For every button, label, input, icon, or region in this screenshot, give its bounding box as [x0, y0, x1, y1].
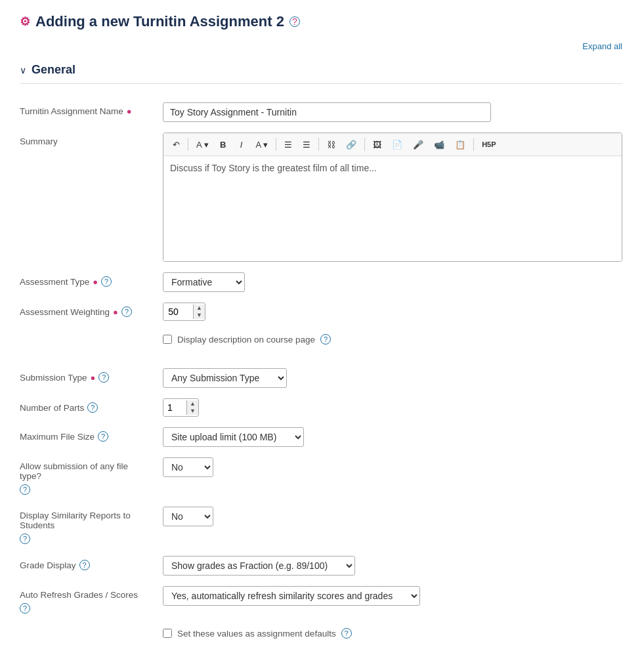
display-similarity-row: Display Similarity Reports to Students ?… [20, 501, 622, 551]
number-of-parts-help-icon[interactable]: ? [87, 402, 98, 413]
general-section-header: ∨ General [20, 56, 622, 84]
display-similarity-label: Display Similarity Reports to Students [20, 511, 151, 530]
allow-any-file-select[interactable]: No Yes [163, 457, 213, 477]
summary-editor-cell: ↶ A ▾ B I A ▾ ☰ ☰ ⛓ 🔗 🖼 📄 [163, 127, 622, 267]
assessment-weighting-up[interactable]: ▲ [194, 304, 205, 312]
assignment-name-row: Turnitin Assignment Name ● [20, 97, 622, 127]
expand-all-container: Expand all [20, 41, 622, 51]
max-file-size-input-cell: Site upload limit (100 MB) 1 MB 5 MB 10 … [163, 422, 622, 452]
grade-display-label-cell: Grade Display ? [20, 551, 163, 581]
toolbar-link-btn[interactable]: ⛓ [322, 136, 340, 153]
set-defaults-empty-cell [20, 620, 163, 646]
set-defaults-checkbox-row: Set these values as assignment defaults … [163, 625, 622, 641]
toolbar-unlink-btn[interactable]: 🔗 [341, 136, 361, 153]
display-description-checkbox[interactable] [163, 335, 172, 344]
toolbar-sep-2 [276, 138, 276, 151]
display-description-empty-cell [20, 326, 163, 352]
auto-refresh-select[interactable]: Yes, automatically refresh similarity sc… [163, 586, 420, 606]
assessment-weighting-input-cell: ▲ ▼ [163, 297, 622, 326]
expand-all-link[interactable]: Expand all [582, 41, 622, 51]
toolbar-media-btn[interactable]: 📄 [387, 136, 407, 153]
max-file-size-select[interactable]: Site upload limit (100 MB) 1 MB 5 MB 10 … [163, 427, 304, 447]
display-description-help-icon[interactable]: ? [320, 334, 331, 345]
page-title: Adding a new Turnitin Assignment 2 [35, 13, 284, 30]
number-of-parts-up[interactable]: ▲ [187, 400, 198, 408]
set-defaults-checkbox[interactable] [163, 629, 172, 638]
assessment-weighting-label: Assessment Weighting [20, 307, 110, 317]
display-similarity-help-icon[interactable]: ? [20, 534, 30, 544]
assessment-weighting-down[interactable]: ▼ [194, 312, 205, 319]
grade-display-input-cell: Show grades as Fraction (e.g. 89/100) Sh… [163, 551, 622, 581]
auto-refresh-row: Auto Refresh Grades / Scores ? Yes, auto… [20, 581, 622, 620]
number-of-parts-row: Number of Parts ? ▲ ▼ [20, 393, 622, 422]
toolbar-sep-5 [473, 138, 474, 151]
summary-label-cell: Summary [20, 127, 163, 267]
summary-row: Summary ↶ A ▾ B I A ▾ ☰ ☰ [20, 127, 622, 267]
display-similarity-label-cell: Display Similarity Reports to Students ? [20, 501, 163, 551]
assessment-weighting-label-cell: Assessment Weighting ● ? [20, 297, 163, 326]
assessment-weighting-row: Assessment Weighting ● ? ▲ ▼ [20, 297, 622, 326]
number-of-parts-input[interactable] [163, 399, 186, 416]
assessment-weighting-spinners: ▲ ▼ [193, 304, 205, 319]
set-defaults-help-icon[interactable]: ? [341, 628, 352, 639]
assessment-weighting-help-icon[interactable]: ? [121, 306, 132, 317]
number-of-parts-label: Number of Parts [20, 403, 84, 413]
allow-any-file-label-cell: Allow submission of any file type? ? [20, 452, 163, 501]
submission-type-help-icon[interactable]: ? [98, 372, 109, 383]
grade-display-select[interactable]: Show grades as Fraction (e.g. 89/100) Sh… [163, 556, 355, 576]
toolbar-image-btn[interactable]: 🖼 [368, 136, 386, 153]
submission-type-select[interactable]: Any Submission Type File Upload Text Sub… [163, 368, 287, 388]
allow-any-file-help-icon[interactable]: ? [20, 484, 30, 495]
assignment-name-input[interactable] [163, 102, 491, 122]
assignment-name-label-cell: Turnitin Assignment Name ● [20, 97, 163, 127]
toolbar-h5p-btn[interactable]: H5P [477, 136, 500, 153]
grade-display-help-icon[interactable]: ? [79, 560, 90, 570]
summary-editor-body[interactable]: Discuss if Toy Story is the greatest fil… [163, 156, 622, 261]
max-file-size-label: Maximum File Size [20, 432, 95, 442]
toolbar-ul-btn[interactable]: ☰ [280, 136, 297, 153]
auto-refresh-label-cell: Auto Refresh Grades / Scores ? [20, 581, 163, 620]
summary-editor-content: Discuss if Toy Story is the greatest fil… [170, 163, 377, 173]
number-of-parts-down[interactable]: ▼ [187, 408, 198, 415]
toolbar-video-btn[interactable]: 📹 [429, 136, 449, 153]
page-header: ⚙ Adding a new Turnitin Assignment 2 ? [20, 13, 622, 30]
display-description-checkbox-row: Display description on course page ? [163, 331, 622, 347]
assessment-weighting-input[interactable] [163, 303, 193, 320]
toolbar-sep-3 [318, 138, 319, 151]
summary-label: Summary [20, 136, 58, 146]
set-defaults-input-cell: Set these values as assignment defaults … [163, 620, 622, 646]
toolbar-sep-4 [364, 138, 365, 151]
number-of-parts-spinners: ▲ ▼ [186, 400, 198, 415]
grade-display-label: Grade Display [20, 560, 76, 570]
toolbar-ol-btn[interactable]: ☰ [298, 136, 315, 153]
general-chevron[interactable]: ∨ [20, 65, 26, 75]
max-file-size-label-cell: Maximum File Size ? [20, 422, 163, 452]
number-of-parts-label-cell: Number of Parts ? [20, 393, 163, 422]
toolbar-sep-1 [188, 138, 188, 151]
toolbar-undo-btn[interactable]: ↶ [167, 136, 184, 153]
assessment-type-select[interactable]: Formative Summative [163, 272, 245, 292]
allow-any-file-input-cell: No Yes [163, 452, 622, 501]
toolbar-italic-btn[interactable]: I [233, 136, 250, 153]
toolbar-audio-btn[interactable]: 🎤 [408, 136, 428, 153]
summary-editor-container: ↶ A ▾ B I A ▾ ☰ ☰ ⛓ 🔗 🖼 📄 [163, 133, 622, 262]
set-defaults-row: Set these values as assignment defaults … [20, 620, 622, 646]
number-of-parts-input-cell: ▲ ▼ [163, 393, 622, 422]
assessment-type-input-cell: Formative Summative [163, 267, 622, 297]
general-section-title: General [32, 63, 75, 77]
page-icon: ⚙ [20, 14, 30, 29]
toolbar-bold-btn[interactable]: B [215, 136, 232, 153]
toolbar-fontsize-btn[interactable]: A ▾ [192, 136, 213, 153]
max-file-size-help-icon[interactable]: ? [98, 431, 108, 442]
toolbar-copy-btn[interactable]: 📋 [450, 136, 470, 153]
allow-any-file-label: Allow submission of any file type? [20, 461, 151, 481]
assignment-name-input-cell [163, 97, 622, 127]
display-similarity-select[interactable]: No Yes [163, 507, 213, 526]
submission-type-row: Submission Type ● ? Any Submission Type … [20, 363, 622, 393]
auto-refresh-help-icon[interactable]: ? [20, 603, 30, 614]
toolbar-textcolor-btn[interactable]: A ▾ [251, 136, 273, 153]
page-help-icon[interactable]: ? [289, 16, 300, 27]
submission-type-required-icon: ● [91, 373, 96, 383]
display-description-row: Display description on course page ? [20, 326, 622, 352]
assessment-type-help-icon[interactable]: ? [101, 276, 112, 287]
